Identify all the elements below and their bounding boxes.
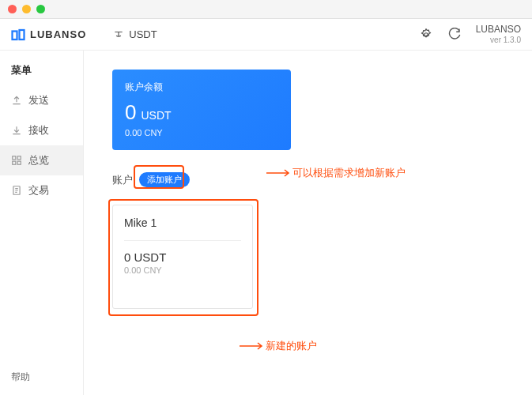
sidebar-item-send[interactable]: 发送 bbox=[0, 85, 83, 115]
sidebar-item-transactions[interactable]: 交易 bbox=[0, 175, 83, 205]
accounts-label: 账户 bbox=[112, 173, 133, 187]
account-name: Mike 1 bbox=[124, 216, 241, 229]
svg-rect-5 bbox=[13, 161, 16, 164]
sidebar-item-label: 发送 bbox=[28, 93, 49, 107]
download-icon bbox=[11, 125, 22, 136]
sidebar-item-label: 接收 bbox=[28, 123, 49, 137]
brand-logo-block: LUBANSO bbox=[11, 28, 86, 42]
version-name: LUBANSO bbox=[476, 24, 521, 35]
settings-icon[interactable] bbox=[419, 28, 433, 42]
sidebar-item-receive[interactable]: 接收 bbox=[0, 115, 83, 145]
sidebar-item-label: 总览 bbox=[28, 153, 49, 167]
annotation-text: 可以根据需求增加新账户 bbox=[292, 166, 406, 180]
refresh-icon[interactable] bbox=[447, 28, 462, 42]
version-block: LUBANSO ver 1.3.0 bbox=[476, 24, 521, 44]
annotation-text: 新建的账户 bbox=[266, 339, 317, 353]
balance-amount: 0 USDT bbox=[125, 100, 278, 125]
svg-rect-1 bbox=[20, 30, 25, 40]
currency-selector[interactable]: USDT bbox=[113, 28, 157, 40]
dashboard-icon bbox=[11, 155, 22, 166]
menu-title: 菜单 bbox=[0, 57, 83, 85]
account-card[interactable]: Mike 1 0 USDT 0.00 CNY bbox=[112, 205, 253, 309]
balance-fiat: 0.00 CNY bbox=[125, 128, 278, 137]
lubanso-logo-icon bbox=[11, 28, 25, 42]
balance-value: 0 bbox=[125, 100, 136, 125]
document-icon bbox=[11, 185, 22, 196]
annotation-arrow-new: 新建的账户 bbox=[239, 339, 317, 353]
sidebar-item-label: 交易 bbox=[28, 183, 49, 198]
svg-rect-3 bbox=[13, 156, 16, 160]
currency-label: USDT bbox=[129, 28, 157, 40]
tether-icon bbox=[113, 29, 124, 40]
add-account-button[interactable]: 添加账户 bbox=[139, 172, 190, 187]
help-link[interactable]: 帮助 bbox=[0, 359, 83, 395]
upload-icon bbox=[11, 95, 22, 106]
balance-card: 账户余额 0 USDT 0.00 CNY bbox=[112, 70, 291, 150]
balance-title: 账户余额 bbox=[125, 81, 278, 94]
account-fiat: 0.00 CNY bbox=[124, 265, 241, 275]
version-number: ver 1.3.0 bbox=[476, 36, 521, 45]
app-header: LUBANSO USDT LUBANSO ver 1.3.0 bbox=[0, 19, 532, 51]
arrow-right-icon bbox=[239, 342, 266, 350]
minimize-window-button[interactable] bbox=[22, 5, 31, 13]
sidebar: 菜单 发送 接收 总览 交易 帮助 bbox=[0, 51, 84, 395]
svg-rect-6 bbox=[17, 161, 21, 164]
balance-unit: USDT bbox=[141, 109, 171, 122]
svg-rect-0 bbox=[13, 31, 17, 40]
close-window-button[interactable] bbox=[8, 5, 17, 13]
annotation-arrow-add: 可以根据需求增加新账户 bbox=[266, 166, 406, 180]
arrow-right-icon bbox=[266, 169, 292, 177]
sidebar-item-overview[interactable]: 总览 bbox=[0, 145, 83, 175]
svg-rect-4 bbox=[17, 156, 21, 160]
maximize-window-button[interactable] bbox=[36, 5, 45, 13]
mac-titlebar bbox=[0, 0, 532, 19]
divider bbox=[124, 240, 241, 241]
brand-name: LUBANSO bbox=[30, 28, 86, 40]
main-content: 账户余额 0 USDT 0.00 CNY 账户 添加账户 Mike 1 0 US… bbox=[84, 51, 532, 395]
account-balance: 0 USDT bbox=[124, 250, 241, 264]
